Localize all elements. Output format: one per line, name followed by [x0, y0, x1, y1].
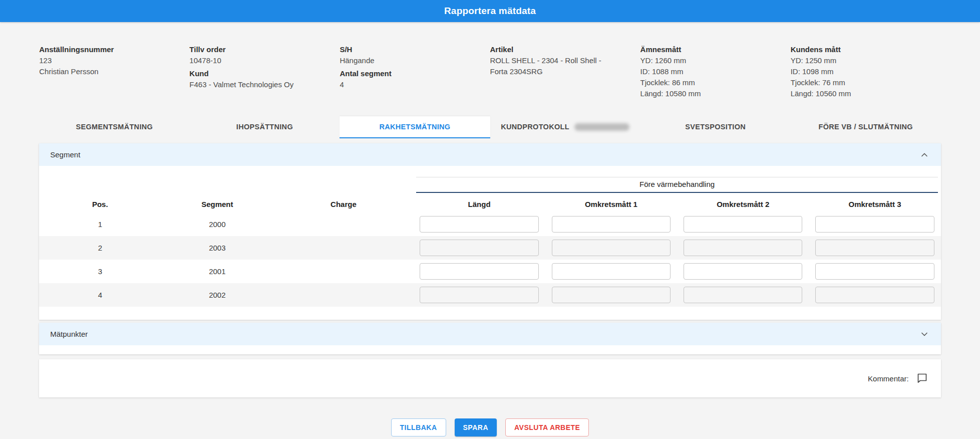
info-col-tillv-order: Tillv order 10478-10 Kund F463 - Valmet …	[189, 44, 340, 101]
col-header-pos: Pos.	[39, 196, 161, 212]
tab-svetsposition[interactable]: SVETSPOSITION	[640, 116, 791, 138]
omkretsmatt-3-input[interactable]	[815, 216, 934, 233]
redacted-text	[574, 123, 629, 131]
tab-segmentsmatning[interactable]: SEGMENTSMÄTNING	[39, 116, 189, 138]
pos-value: 2	[39, 244, 161, 252]
matpunkter-panel: Mätpunkter	[39, 323, 940, 354]
tab-ihopsattning[interactable]: IHOPSÄTTNING	[189, 116, 340, 138]
info-value: Längd: 10580 mm	[640, 88, 767, 99]
back-button[interactable]: TILLBAKA	[391, 418, 446, 436]
info-value: Tjocklek: 86 mm	[640, 77, 767, 88]
tab-kundprotokoll[interactable]: KUNDPROTOKOLL	[490, 116, 640, 138]
info-value: F463 - Valmet Technologies Oy	[189, 79, 315, 90]
info-value: ROLL SHELL - 2304 - Roll Shell - Forta 2…	[490, 55, 616, 77]
comment-label: Kommentar:	[868, 374, 909, 383]
info-col-kundens-matt: Kundens mått YD: 1250 mm ID: 1098 mm Tjo…	[791, 44, 941, 101]
info-label: Ämnesmått	[640, 44, 767, 55]
info-value: ID: 1088 mm	[640, 66, 767, 77]
omkretsmatt-2-input[interactable]	[684, 263, 802, 280]
info-value: Christian Persson	[39, 66, 165, 77]
info-value: Längd: 10560 mm	[791, 88, 917, 99]
info-value: 4	[340, 79, 466, 90]
tab-label: IHOPSÄTTNING	[236, 123, 293, 131]
omkretsmatt-3-input[interactable]	[815, 263, 934, 280]
app-header: Rapportera mätdata	[0, 0, 980, 22]
omkretsmatt-3-input[interactable]	[815, 240, 934, 256]
segment-table: Före värmebehandling Pos. Segment Charge…	[39, 166, 940, 320]
info-col-sh: S/H Hängande Antal segment 4	[340, 44, 490, 101]
tab-label: KUNDPROTOKOLL	[501, 123, 569, 131]
group-header-row: Före värmebehandling	[39, 177, 940, 193]
segment-accordion-header[interactable]: Segment	[39, 143, 940, 166]
info-value: 10478-10	[189, 55, 315, 66]
segment-panel: Segment Före värmebehandling Pos. Segmen…	[39, 143, 940, 320]
segment-value: 2003	[161, 244, 273, 252]
info-label: Kund	[189, 68, 315, 79]
info-value: 123	[39, 55, 165, 66]
omkretsmatt-1-input[interactable]	[552, 216, 671, 233]
save-button[interactable]: SPARA	[455, 418, 497, 436]
segment-accordion-title: Segment	[50, 150, 80, 159]
info-value: Hängande	[340, 55, 466, 66]
omkretsmatt-1-input[interactable]	[552, 240, 671, 256]
col-header-langd: Längd	[413, 196, 545, 212]
table-row: 2 2003	[39, 236, 940, 260]
omkretsmatt-1-input[interactable]	[552, 287, 671, 303]
langd-input[interactable]	[420, 216, 538, 233]
table-row: 1 2000	[39, 212, 940, 236]
info-label: Tillv order	[189, 44, 315, 55]
langd-input[interactable]	[420, 263, 538, 280]
matpunkter-panel-body	[39, 345, 940, 354]
info-label: Artikel	[490, 44, 616, 55]
info-label: S/H	[340, 44, 466, 55]
info-value: YD: 1250 mm	[791, 55, 917, 66]
col-header-omkretsmatt-2: Omkretsmått 2	[677, 196, 809, 212]
info-value: YD: 1260 mm	[640, 55, 767, 66]
tab-bar: SEGMENTSMÄTNING IHOPSÄTTNING RAKHETSMÄTN…	[39, 116, 940, 138]
info-header: Anställningsnummer 123 Christian Persson…	[39, 44, 940, 101]
info-col-amnesmatt: Ämnesmått YD: 1260 mm ID: 1088 mm Tjockl…	[640, 44, 791, 101]
finish-work-button[interactable]: AVSLUTA ARBETE	[505, 418, 589, 436]
info-label: Kundens mått	[791, 44, 917, 55]
matpunkter-accordion-header[interactable]: Mätpunkter	[39, 323, 940, 345]
segment-value: 2000	[161, 220, 273, 229]
tab-label: FÖRE VB / SLUTMÄTNING	[819, 123, 913, 131]
tab-rakhetsmatning[interactable]: RAKHETSMÄTNING	[340, 116, 490, 138]
info-label: Anställningsnummer	[39, 44, 165, 55]
segment-value: 2001	[161, 267, 273, 276]
omkretsmatt-2-input[interactable]	[684, 216, 802, 233]
col-header-omkretsmatt-3: Omkretsmått 3	[809, 196, 940, 212]
table-row: 3 2001	[39, 260, 940, 283]
chevron-down-icon[interactable]	[919, 329, 930, 340]
omkretsmatt-1-input[interactable]	[552, 263, 671, 280]
info-label: Antal segment	[340, 68, 466, 79]
col-header-segment: Segment	[161, 196, 273, 212]
pos-value: 4	[39, 291, 161, 299]
comment-section: Kommentar:	[39, 359, 940, 397]
omkretsmatt-2-input[interactable]	[684, 240, 802, 256]
tab-label: RAKHETSMÄTNING	[379, 123, 450, 131]
omkretsmatt-2-input[interactable]	[684, 287, 802, 303]
info-col-anstallningsnummer: Anställningsnummer 123 Christian Persson	[39, 44, 189, 101]
col-header-omkretsmatt-1: Omkretsmått 1	[545, 196, 677, 212]
table-header-row: Pos. Segment Charge Längd Omkretsmått 1 …	[39, 196, 940, 212]
langd-input[interactable]	[420, 240, 538, 256]
omkretsmatt-3-input[interactable]	[815, 287, 934, 303]
col-header-charge: Charge	[273, 196, 413, 212]
action-bar: TILLBAKA SPARA AVSLUTA ARBETE	[0, 418, 980, 436]
info-col-artikel: Artikel ROLL SHELL - 2304 - Roll Shell -…	[490, 44, 640, 101]
tab-label: SVETSPOSITION	[685, 123, 746, 131]
chevron-up-icon[interactable]	[919, 149, 930, 160]
tab-fore-vb-slutmatning[interactable]: FÖRE VB / SLUTMÄTNING	[791, 116, 941, 138]
group-header-fore-varmebehandling: Före värmebehandling	[416, 177, 937, 193]
info-value: ID: 1098 mm	[791, 66, 917, 77]
info-value: Tjocklek: 76 mm	[791, 77, 917, 88]
segment-value: 2002	[161, 291, 273, 299]
page-title: Rapportera mätdata	[444, 6, 536, 17]
langd-input[interactable]	[420, 287, 538, 303]
comment-bubble-icon[interactable]	[916, 372, 928, 384]
matpunkter-accordion-title: Mätpunkter	[50, 330, 88, 338]
pos-value: 1	[39, 220, 161, 229]
pos-value: 3	[39, 267, 161, 276]
table-row: 4 2002	[39, 283, 940, 307]
